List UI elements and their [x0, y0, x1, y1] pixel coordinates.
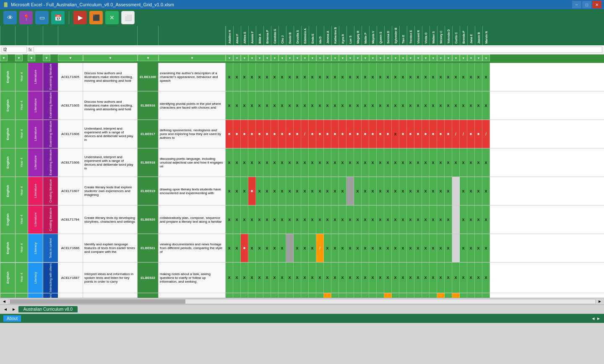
filter-student-1[interactable]: ▼ — [233, 55, 241, 61]
student-cell-26[interactable]: X — [422, 263, 430, 293]
student-cell-3[interactable]: X — [248, 205, 256, 234]
student-cell-13[interactable]: X — [324, 205, 331, 234]
filter-student-14[interactable]: ▼ — [331, 55, 339, 61]
student-cell-27[interactable]: X — [430, 177, 437, 205]
student-cell-18[interactable]: X — [362, 293, 369, 298]
student-cell-3[interactable]: X — [248, 263, 256, 293]
student-cell-19[interactable]: X — [369, 177, 377, 205]
filter-student-31[interactable]: ▼ — [460, 55, 467, 61]
student-cell-9[interactable]: X — [294, 234, 301, 262]
student-cell-31[interactable]: / — [460, 120, 467, 148]
student-cell-0[interactable]: X — [226, 177, 233, 205]
sheet-tab-curriculum[interactable]: Australian Curriculum v8.0 — [18, 306, 78, 312]
student-cell-5[interactable]: X — [263, 177, 271, 205]
student-cell-16[interactable]: X — [346, 205, 354, 234]
student-cell-29[interactable]: X — [445, 205, 452, 234]
student-cell-15[interactable]: X — [339, 293, 346, 298]
student-cell-22[interactable]: X — [392, 205, 399, 234]
student-cell-31[interactable]: X — [460, 205, 467, 234]
student-cell-9[interactable]: X — [294, 177, 301, 205]
student-cell-22[interactable]: X — [392, 63, 399, 91]
student-cell-0[interactable]: X — [226, 91, 233, 120]
student-cell-25[interactable]: X — [414, 177, 422, 205]
about-button[interactable]: About — [3, 315, 21, 322]
student-cell-7[interactable]: X — [279, 63, 286, 91]
filter-student-33[interactable]: ▼ — [475, 55, 482, 61]
student-cell-15[interactable]: X — [339, 263, 346, 293]
student-cell-12[interactable]: X — [316, 177, 324, 205]
student-cell-9[interactable]: • — [294, 120, 301, 148]
student-cell-32[interactable]: X — [467, 63, 475, 91]
student-cell-1[interactable]: X — [233, 263, 241, 293]
filter-student-29[interactable]: ▼ — [445, 55, 452, 61]
filter-subject[interactable]: ▼ — [0, 55, 8, 61]
student-cell-29[interactable]: X — [445, 148, 452, 177]
student-cell-1[interactable]: • — [233, 120, 241, 148]
student-cell-22[interactable]: X — [392, 120, 399, 148]
student-cell-24[interactable]: X — [407, 177, 414, 205]
filter-student-30[interactable]: ▼ — [452, 55, 460, 61]
student-cell-8[interactable]: X — [286, 293, 294, 298]
filter-student-5[interactable]: ▼ — [263, 55, 271, 61]
student-cell-9[interactable]: X — [294, 148, 301, 177]
student-cell-6[interactable]: X — [271, 63, 279, 91]
student-cell-16[interactable]: X — [346, 91, 354, 120]
student-cell-32[interactable]: X — [467, 148, 475, 177]
student-cell-1[interactable]: X — [233, 234, 241, 262]
student-cell-4[interactable]: X — [256, 293, 263, 298]
student-cell-21[interactable]: X — [384, 177, 392, 205]
filter-elab[interactable]: ▼ — [138, 55, 159, 61]
student-cell-2[interactable]: X — [241, 263, 248, 293]
student-cell-28[interactable]: X — [437, 234, 445, 262]
student-cell-16[interactable]: X — [346, 148, 354, 177]
orange-button[interactable]: ⬛ — [89, 11, 103, 24]
student-cell-25[interactable]: X — [414, 63, 422, 91]
student-cell-14[interactable]: X — [331, 293, 339, 298]
student-cell-33[interactable]: • — [475, 120, 482, 148]
student-cell-12[interactable]: / — [316, 234, 324, 262]
filter-student-8[interactable]: ▼ — [286, 55, 294, 61]
student-cell-14[interactable]: X — [331, 205, 339, 234]
student-cell-30[interactable]: X — [452, 263, 460, 293]
student-cell-0[interactable]: • — [226, 120, 233, 148]
student-cell-7[interactable]: X — [279, 148, 286, 177]
student-cell-11[interactable]: X — [309, 63, 316, 91]
student-cell-0[interactable]: X — [226, 148, 233, 177]
student-cell-18[interactable]: X — [362, 148, 369, 177]
filter-student-34[interactable]: ▼ — [482, 55, 490, 61]
student-cell-3[interactable]: X — [248, 293, 256, 298]
filter-student-32[interactable]: ▼ — [467, 55, 475, 61]
student-cell-18[interactable]: X — [362, 234, 369, 262]
student-cell-34[interactable]: X — [482, 234, 490, 262]
red-button[interactable]: ▶ — [73, 11, 87, 24]
student-cell-26[interactable]: X — [422, 234, 430, 262]
student-cell-15[interactable]: X — [339, 91, 346, 120]
student-cell-29[interactable]: X — [445, 293, 452, 298]
student-cell-23[interactable]: X — [399, 205, 407, 234]
filter-student-22[interactable]: ▼ — [392, 55, 399, 61]
filter-student-10[interactable]: ▼ — [301, 55, 309, 61]
student-cell-7[interactable]: X — [279, 177, 286, 205]
filter-student-28[interactable]: ▼ — [437, 55, 445, 61]
x-button[interactable]: ✕ — [105, 11, 119, 24]
student-cell-28[interactable]: X — [437, 263, 445, 293]
student-cell-32[interactable]: • — [467, 120, 475, 148]
student-cell-13[interactable]: X — [324, 177, 331, 205]
student-cell-6[interactable]: • — [271, 120, 279, 148]
student-cell-30[interactable] — [452, 205, 460, 234]
student-cell-10[interactable]: X — [301, 234, 309, 262]
student-cell-26[interactable]: X — [422, 293, 430, 298]
filter-substrand[interactable]: ▼ — [43, 55, 50, 61]
sheet-nav-right[interactable]: ► — [10, 307, 18, 312]
student-cell-17[interactable]: X — [354, 205, 362, 234]
student-cell-18[interactable]: X — [362, 205, 369, 234]
student-cell-19[interactable]: • — [369, 120, 377, 148]
student-cell-17[interactable]: • — [354, 120, 362, 148]
student-cell-5[interactable]: X — [263, 234, 271, 262]
student-cell-20[interactable]: X — [377, 91, 384, 120]
student-cell-23[interactable]: X — [399, 148, 407, 177]
student-cell-13[interactable]: X — [324, 234, 331, 262]
student-cell-30[interactable] — [452, 177, 460, 205]
filter-student-27[interactable]: ▼ — [430, 55, 437, 61]
name-box[interactable] — [2, 47, 27, 53]
